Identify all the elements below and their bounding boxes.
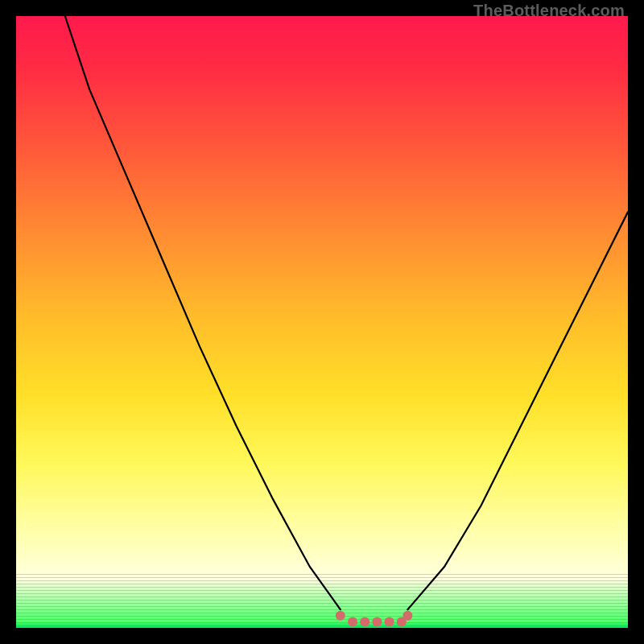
curve-bottom-dots xyxy=(336,611,413,627)
bottom-dot xyxy=(336,611,345,621)
bottom-dot xyxy=(360,617,369,626)
bottom-dot xyxy=(348,617,357,626)
bottom-dot xyxy=(372,617,382,626)
curve-left xyxy=(65,16,341,609)
curve-right xyxy=(407,212,628,609)
chart-frame xyxy=(16,16,628,628)
chart-curves xyxy=(16,16,628,628)
bottom-dot xyxy=(385,617,394,626)
bottom-dot xyxy=(402,611,412,621)
